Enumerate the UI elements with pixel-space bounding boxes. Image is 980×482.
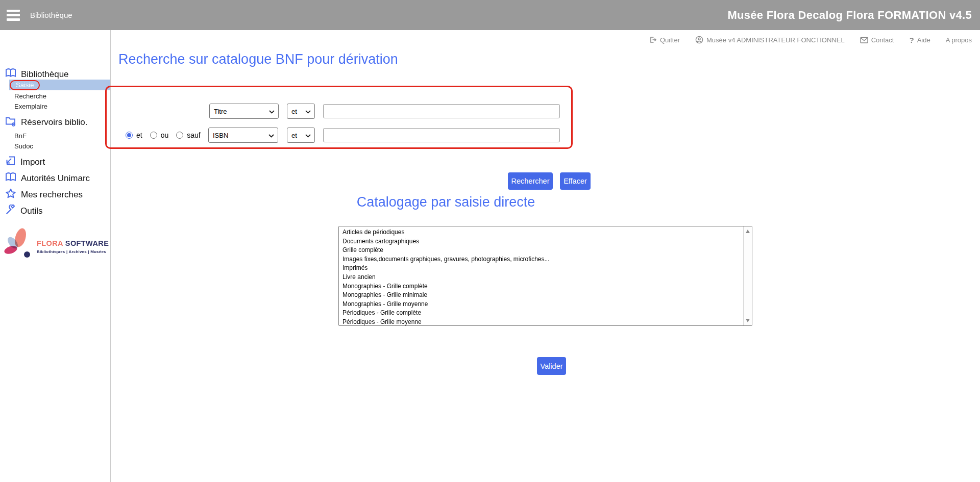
sidebar-item-outils[interactable]: Outils: [5, 205, 42, 218]
field-select-row1-value: Titre: [214, 108, 227, 115]
sidebar-item-label: Import: [20, 157, 45, 167]
chevron-down-icon: [305, 108, 311, 115]
folder-globe-icon: [5, 116, 16, 129]
sidebar: Bibliothèque Saisie Recherche Exemplaire…: [0, 30, 111, 482]
quitter-label: Quitter: [660, 36, 680, 44]
sidebar-item-mes-recherches[interactable]: Mes recherches: [5, 188, 83, 201]
sidebar-item-label: Outils: [20, 206, 42, 216]
sidebar-item-sudoc[interactable]: Sudoc: [14, 142, 33, 150]
apropos-link[interactable]: A propos: [946, 36, 972, 44]
field-select-row2-value: ISBN: [213, 132, 228, 139]
chevron-down-icon: [305, 132, 311, 139]
import-icon: [5, 156, 16, 168]
flora-software-logo: FLORA SOFTWARE Bibliothèques | Archives …: [3, 227, 108, 261]
user-icon: [695, 36, 703, 44]
rechercher-button[interactable]: Rechercher: [508, 172, 553, 190]
catalog-grid-listbox[interactable]: Articles de périodiques Documents cartog…: [338, 226, 752, 326]
scroll-down-icon[interactable]: [746, 319, 750, 322]
envelope-icon: [860, 37, 868, 43]
apropos-label: A propos: [946, 36, 972, 44]
search-term-input-row2[interactable]: [323, 128, 560, 142]
operator-select-row2-value: et: [291, 132, 297, 139]
field-select-row2[interactable]: ISBN: [208, 128, 278, 143]
quitter-link[interactable]: Quitter: [649, 36, 680, 44]
user-label: Musée v4 ADMINISTRATEUR FONCTIONNEL: [706, 36, 845, 44]
radio-ou-label[interactable]: ou: [161, 131, 169, 139]
list-item[interactable]: Périodiques - Grille moyenne: [342, 318, 743, 326]
brand-flora: FLORA: [37, 239, 63, 247]
boolean-radio-group: et ou sauf: [126, 128, 205, 143]
list-item[interactable]: Monographies - Grille minimale: [342, 291, 743, 300]
app-title: Musée Flora Decalog Flora FORMATION v4.5: [727, 9, 972, 22]
operator-select-row1[interactable]: et: [287, 104, 315, 119]
list-item[interactable]: Documents cartographiques: [342, 237, 743, 246]
brand-software: SOFTWARE: [65, 239, 109, 247]
header-links-bar: Quitter Musée v4 ADMINISTRATEUR FONCTION…: [111, 30, 980, 49]
list-item[interactable]: Grille complète: [342, 246, 743, 255]
radio-sauf[interactable]: [176, 132, 183, 139]
hamburger-menu-icon[interactable]: [7, 10, 20, 21]
contact-link[interactable]: Contact: [860, 36, 894, 44]
chevron-down-icon: [269, 108, 275, 115]
sidebar-item-label: Autorités Unimarc: [21, 173, 90, 184]
sidebar-item-bnf[interactable]: BnF: [14, 132, 27, 140]
star-icon: [5, 188, 16, 201]
list-item[interactable]: Périodiques - Grille complète: [342, 309, 743, 318]
chevron-down-icon: [268, 132, 274, 139]
scroll-up-icon[interactable]: [746, 230, 750, 233]
listbox-scrollbar[interactable]: [743, 226, 752, 325]
logout-icon: [649, 36, 657, 44]
contact-label: Contact: [871, 36, 894, 44]
sidebar-item-label: Mes recherches: [21, 190, 83, 200]
topbar-module-label: Bibliothèque: [30, 11, 72, 19]
operator-select-row1-value: et: [291, 108, 297, 115]
valider-button[interactable]: Valider: [537, 357, 566, 375]
sidebar-item-exemplaire[interactable]: Exemplaire: [14, 103, 47, 110]
list-item[interactable]: Monographies - Grille complète: [342, 282, 743, 291]
sidebar-item-saisie[interactable]: Saisie: [9, 80, 110, 90]
list-item[interactable]: Imprimés: [342, 264, 743, 273]
catalog-section-title: Catalogage par saisie directe: [357, 194, 535, 210]
wrench-icon: [5, 205, 16, 218]
field-select-row1[interactable]: Titre: [209, 104, 279, 119]
sidebar-item-label: Saisie: [16, 81, 34, 89]
radio-et[interactable]: [126, 132, 133, 139]
user-account-link[interactable]: Musée v4 ADMINISTRATEUR FONCTIONNEL: [695, 36, 845, 44]
list-item[interactable]: Articles de périodiques: [342, 228, 743, 237]
list-item[interactable]: Monographies - Grille moyenne: [342, 300, 743, 309]
aide-link[interactable]: ? Aide: [909, 36, 930, 44]
sidebar-item-label: Réservoirs biblio.: [21, 117, 87, 128]
sidebar-item-autorites[interactable]: Autorités Unimarc: [5, 172, 90, 185]
list-item[interactable]: Images fixes,documents graphiques, gravu…: [342, 255, 743, 264]
open-book-icon: [5, 172, 16, 185]
radio-et-label[interactable]: et: [136, 131, 142, 139]
operator-select-row2[interactable]: et: [287, 128, 315, 143]
sidebar-item-reservoirs[interactable]: Réservoirs biblio.: [5, 116, 87, 129]
radio-ou[interactable]: [150, 132, 157, 139]
sidebar-item-label: Bibliothèque: [21, 69, 69, 80]
radio-sauf-label[interactable]: sauf: [187, 131, 200, 139]
search-term-input-row1[interactable]: [323, 104, 560, 118]
brand-tagline: Bibliothèques | Archives | Musées: [37, 249, 109, 254]
catalog-grid-options: Articles de périodiques Documents cartog…: [339, 228, 743, 325]
sidebar-item-bibliotheque[interactable]: Bibliothèque: [5, 68, 69, 81]
list-item[interactable]: Livre ancien: [342, 273, 743, 282]
top-bar: Bibliothèque Musée Flora Decalog Flora F…: [0, 0, 980, 30]
effacer-button[interactable]: Effacer: [560, 172, 591, 190]
aide-label: Aide: [917, 36, 930, 44]
sidebar-item-import[interactable]: Import: [5, 156, 45, 168]
help-icon: ?: [909, 36, 914, 44]
page-title: Recherche sur catalogue BNF pour dérivat…: [118, 52, 398, 67]
annotation-oval: Saisie: [10, 80, 40, 90]
sidebar-item-recherche[interactable]: Recherche: [14, 92, 46, 100]
open-book-icon: [5, 68, 16, 81]
